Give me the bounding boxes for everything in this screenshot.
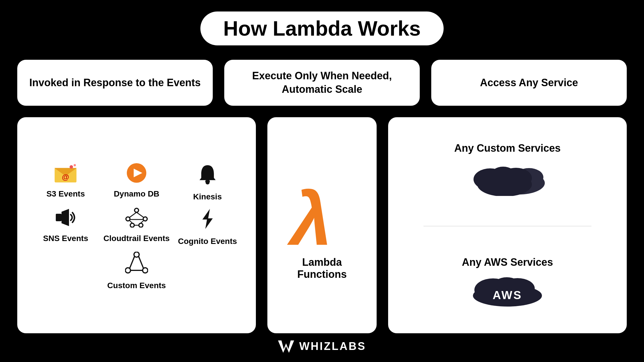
- aws-services-section: Any AWS Services AWS: [402, 256, 612, 308]
- sns-icon: [54, 207, 77, 231]
- top-card-invoke: Invoked in Response to the Events: [17, 60, 213, 106]
- svg-text:@: @: [62, 173, 69, 181]
- cloudtrail-label: Cloudtrail Events: [103, 234, 170, 243]
- execute-card-text: Execute Only When Needed, Automatic Scal…: [236, 69, 408, 96]
- svg-point-14: [130, 223, 134, 227]
- whizlabs-logo: WHIZLABS: [278, 339, 366, 353]
- custom-services-title: Any Custom Services: [454, 142, 561, 154]
- top-card-execute: Execute Only When Needed, Automatic Scal…: [224, 60, 420, 106]
- svg-rect-9: [56, 214, 62, 221]
- svg-point-15: [139, 223, 143, 227]
- custom-cloud-icon: [459, 159, 556, 196]
- event-kinesis: Kinesis: [173, 163, 241, 202]
- lambda-card: λ LambdaFunctions: [267, 117, 377, 333]
- dynamo-label: Dynamo DB: [114, 189, 160, 199]
- svg-line-16: [129, 212, 137, 217]
- kinesis-label: Kinesis: [193, 192, 222, 202]
- top-card-access: Access Any Service: [431, 60, 627, 106]
- custom-services-section: Any Custom Services: [402, 142, 612, 196]
- svg-point-3: [70, 165, 73, 169]
- event-sns: SNS Events: [32, 207, 100, 246]
- svg-point-4: [74, 164, 76, 166]
- page-title-wrapper: How Lambda Works: [200, 11, 444, 45]
- aws-cloud-icon: AWS: [464, 273, 551, 308]
- svg-point-25: [143, 268, 148, 273]
- whizlabs-w-icon: [278, 339, 295, 353]
- svg-point-8: [206, 180, 210, 184]
- invoke-card-text: Invoked in Response to the Events: [29, 76, 201, 90]
- svg-point-36: [490, 167, 516, 185]
- lambda-symbol-icon: λ: [285, 170, 359, 251]
- svg-point-11: [135, 208, 139, 212]
- events-card: @ S3 Events Dynamo DB: [17, 117, 256, 333]
- svg-point-12: [126, 217, 130, 221]
- svg-marker-22: [202, 209, 213, 229]
- event-cognito: Cognito Events: [173, 207, 241, 246]
- svg-line-17: [137, 212, 144, 217]
- svg-marker-42: [278, 340, 294, 353]
- page-title: How Lambda Works: [223, 17, 421, 40]
- svg-point-13: [143, 217, 147, 221]
- top-cards-row: Invoked in Response to the Events Execut…: [17, 60, 627, 106]
- event-dynamo: Dynamo DB: [103, 163, 171, 202]
- cognito-label: Cognito Events: [178, 236, 237, 246]
- event-custom: Custom Events: [103, 252, 171, 290]
- custom-label: Custom Events: [107, 281, 166, 290]
- access-card: Any Custom Services Any AWS Services: [388, 117, 627, 333]
- custom-icon: [125, 252, 148, 278]
- s3-icon: @: [54, 163, 77, 186]
- event-cloudtrail: Cloudtrail Events: [103, 207, 171, 246]
- divider: [423, 226, 591, 226]
- access-card-text: Access Any Service: [480, 76, 578, 90]
- events-grid: @ S3 Events Dynamo DB: [32, 163, 241, 290]
- event-s3: @ S3 Events: [32, 163, 100, 202]
- svg-marker-10: [62, 209, 69, 226]
- lambda-label: LambdaFunctions: [297, 256, 347, 280]
- cognito-icon: [196, 207, 219, 234]
- dynamo-icon: [125, 163, 148, 186]
- svg-line-26: [130, 256, 135, 268]
- svg-text:λ: λ: [287, 177, 332, 251]
- cloudtrail-icon: [125, 207, 148, 231]
- sns-label: SNS Events: [43, 234, 88, 243]
- s3-label: S3 Events: [46, 189, 85, 199]
- svg-text:AWS: AWS: [492, 289, 522, 301]
- footer: WHIZLABS: [278, 339, 366, 353]
- aws-services-title: Any AWS Services: [462, 256, 553, 268]
- whizlabs-text: WHIZLABS: [299, 340, 366, 353]
- bottom-row: @ S3 Events Dynamo DB: [17, 117, 627, 333]
- kinesis-icon: [196, 163, 219, 189]
- svg-line-27: [139, 256, 143, 268]
- svg-point-24: [125, 268, 131, 273]
